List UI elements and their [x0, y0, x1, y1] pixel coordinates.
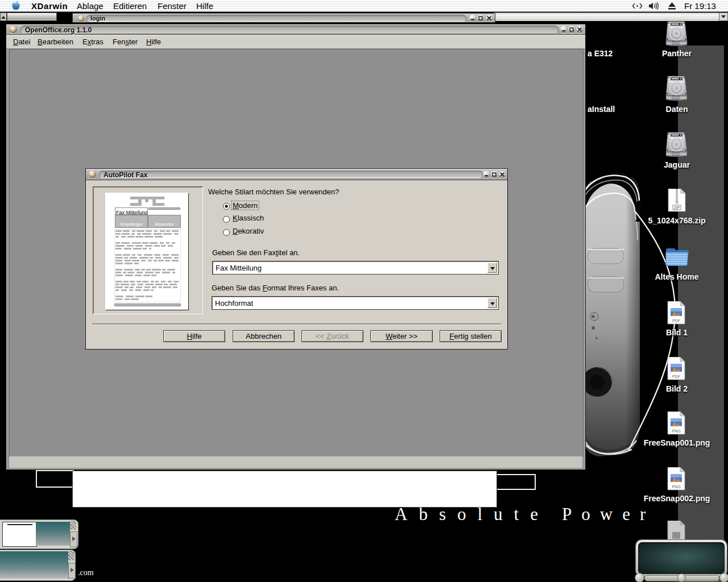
- svg-text:PNG: PNG: [672, 485, 680, 489]
- svg-text:PDF: PDF: [672, 375, 680, 379]
- svg-text:PNG: PNG: [672, 429, 680, 433]
- svg-text:PDF: PDF: [672, 319, 680, 323]
- svg-text:ZIP: ZIP: [674, 206, 680, 210]
